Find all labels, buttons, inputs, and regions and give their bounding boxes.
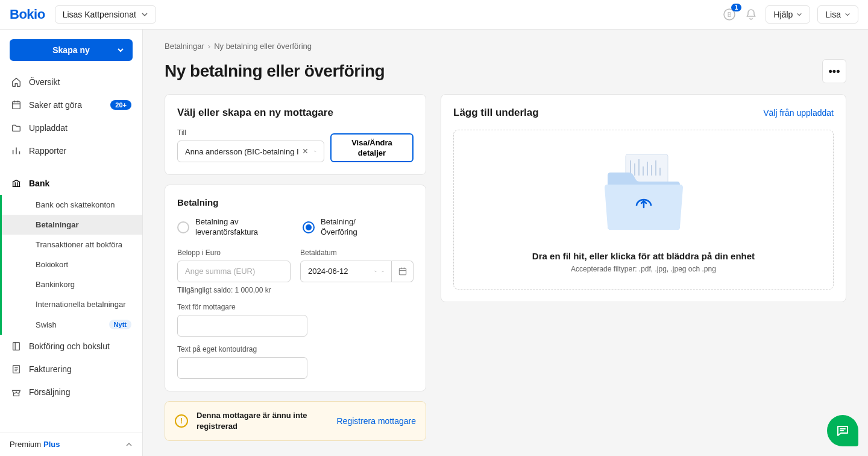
page-title: Ny betalning eller överföring <box>165 62 385 81</box>
svg-rect-2 <box>13 102 20 109</box>
subnav-transactions[interactable]: Transaktioner att bokföra <box>2 235 142 255</box>
todo-count-badge: 20+ <box>110 100 131 110</box>
chevron-down-icon[interactable] <box>312 148 319 155</box>
register-recipient-link[interactable]: Registrera mottagare <box>336 416 416 426</box>
payment-title: Betalning <box>177 197 414 207</box>
payment-card: Betalning Betalning av leverantörsfaktur… <box>165 185 426 391</box>
nav-overview[interactable]: Översikt <box>0 71 142 93</box>
plan-plus: Plus <box>43 440 60 449</box>
nav-sales[interactable]: Försäljning <box>0 381 142 404</box>
nav-label: Fakturering <box>29 364 72 374</box>
warning-banner: ! Denna mottagare är ännu inte registrer… <box>165 401 426 441</box>
chevron-up-icon[interactable] <box>379 268 386 275</box>
chat-button[interactable] <box>827 415 858 446</box>
recipient-text-input[interactable] <box>177 315 307 337</box>
company-name: Lisas Kattpensionat <box>63 10 136 19</box>
chat-icon <box>835 423 850 438</box>
notification-badge: 1 <box>731 4 742 11</box>
nav-reports[interactable]: Rapporter <box>0 139 142 162</box>
breadcrumb-current: Ny betalning eller överföring <box>214 42 312 51</box>
svg-rect-5 <box>399 268 406 274</box>
subnav-accounts[interactable]: Bank och skattekonton <box>2 195 142 215</box>
nav-accounting[interactable]: Bokföring och bokslut <box>0 335 142 358</box>
bank-icon <box>11 178 22 189</box>
amount-input[interactable] <box>177 261 291 282</box>
calendar-button[interactable] <box>392 261 414 282</box>
shop-icon <box>11 387 22 397</box>
clear-icon[interactable]: × <box>299 146 312 157</box>
folder-upload-icon <box>593 148 695 239</box>
nav-label: Bank <box>29 179 49 188</box>
recipient-card-title: Välj eller skapa en ny mottagare <box>177 107 414 119</box>
radio-label: Betalning/ Överföring <box>321 217 357 238</box>
create-label: Skapa ny <box>52 45 89 55</box>
nav-invoicing[interactable]: Fakturering <box>0 358 142 381</box>
chevron-down-icon[interactable] <box>372 268 379 275</box>
own-text-input[interactable] <box>177 357 307 379</box>
dropzone-text: Dra en fil hit, eller klicka för att blä… <box>466 251 821 261</box>
upload-title: Lägg till underlag <box>453 107 539 119</box>
subnav-swish[interactable]: Swish Nytt <box>2 314 142 335</box>
invoice-icon <box>11 364 22 375</box>
bank-subnav: Bank och skattekonton Betalningar Transa… <box>0 195 142 335</box>
nav-label: Översikt <box>29 77 60 87</box>
recipient-card: Välj eller skapa en ny mottagare Till An… <box>165 94 426 175</box>
chevron-down-icon <box>141 11 148 18</box>
nav-label: Rapporter <box>29 146 66 156</box>
radio-label: Betalning av leverantörsfaktura <box>195 217 288 238</box>
credits-icon[interactable]: B 1 <box>722 7 737 22</box>
main-content: Betalningar › Ny betalning eller överför… <box>143 30 868 456</box>
warning-icon: ! <box>175 414 188 428</box>
radio-transfer[interactable]: Betalning/ Överföring <box>303 217 414 238</box>
choose-uploaded-link[interactable]: Välj från uppladdat <box>763 108 834 118</box>
company-selector[interactable]: Lisas Kattpensionat <box>55 5 156 24</box>
subnav-bokiokort[interactable]: Bokiokort <box>2 255 142 274</box>
nav-label: Saker att göra <box>29 100 82 110</box>
show-details-button[interactable]: Visa/Ändra detaljer <box>330 133 414 162</box>
nav-uploaded[interactable]: Uppladdat <box>0 116 142 139</box>
calendar-icon <box>398 267 407 276</box>
radio-icon <box>177 221 189 233</box>
app-header: Bokio Lisas Kattpensionat B 1 Hjälp Lisa <box>0 0 868 30</box>
breadcrumb-separator: › <box>208 42 210 51</box>
nav-label: Bokföring och bokslut <box>29 341 110 351</box>
date-input[interactable]: 2024-06-12 <box>300 261 392 282</box>
recipient-select[interactable]: Anna andersson (BIC-betalning I × <box>177 141 324 162</box>
upload-card: Lägg till underlag Välj från uppladdat <box>441 94 846 302</box>
breadcrumb-parent[interactable]: Betalningar <box>165 42 204 51</box>
radio-icon <box>303 221 315 233</box>
subnav-international[interactable]: Internationella betalningar <box>2 294 142 314</box>
chevron-up-icon <box>125 441 133 448</box>
recipient-value: Anna andersson (BIC-betalning I <box>185 147 299 156</box>
new-badge: Nytt <box>109 320 131 329</box>
user-menu[interactable]: Lisa <box>817 5 858 24</box>
svg-rect-3 <box>13 343 20 350</box>
more-menu-button[interactable]: ••• <box>822 59 846 83</box>
radio-invoice-payment[interactable]: Betalning av leverantörsfaktura <box>177 217 288 238</box>
chevron-down-icon[interactable] <box>318 417 328 425</box>
plan-footer[interactable]: Premium Plus <box>0 432 142 456</box>
sidebar: Skapa ny Översikt Saker att göra 20+ Upp… <box>0 30 143 456</box>
warning-text: Denna mottagare är ännu inte registrerad <box>197 410 310 432</box>
date-label: Betaldatum <box>300 249 414 257</box>
nav-label: Försäljning <box>29 387 70 397</box>
help-button[interactable]: Hjälp <box>766 5 810 24</box>
home-icon <box>11 77 22 87</box>
bell-icon[interactable] <box>744 7 758 22</box>
nav-bank[interactable]: Bank <box>0 172 142 195</box>
recipient-text-label: Text för mottagare <box>177 303 414 311</box>
chevron-down-icon <box>796 11 802 17</box>
calendar-check-icon <box>11 100 22 110</box>
chevron-down-icon <box>117 46 124 54</box>
file-dropzone[interactable]: Dra en fil hit, eller klicka för att blä… <box>453 130 834 290</box>
amount-label: Belopp i Euro <box>177 249 291 257</box>
create-new-button[interactable]: Skapa ny <box>10 39 133 61</box>
user-label: Lisa <box>825 10 841 19</box>
help-label: Hjälp <box>773 10 793 19</box>
subnav-payments[interactable]: Betalningar <box>2 215 142 235</box>
breadcrumb: Betalningar › Ny betalning eller överför… <box>165 42 846 51</box>
subnav-inbox[interactable]: Bankinkorg <box>2 274 142 294</box>
logo: Bokio <box>10 7 45 22</box>
nav-todo[interactable]: Saker att göra 20+ <box>0 93 142 116</box>
own-text-label: Text på eget kontoutdrag <box>177 345 414 353</box>
